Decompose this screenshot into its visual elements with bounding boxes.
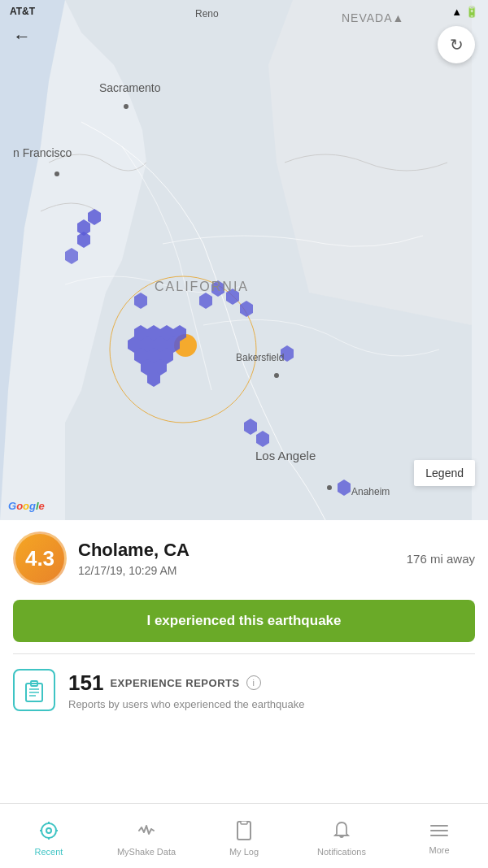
refresh-icon: ↻ (450, 35, 464, 54)
earthquake-header: 4.3 Cholame, CA 12/17/19, 10:29 AM 176 m… (0, 520, 488, 593)
nav-label-mylog: My Log (229, 847, 259, 857)
reports-description: Reports by users who experienced the ear… (68, 698, 475, 710)
clipboard-icon (22, 678, 46, 702)
refresh-button[interactable]: ↻ (438, 26, 475, 63)
back-button[interactable]: ← (13, 26, 31, 47)
nav-label-myshake: MyShake Data (117, 847, 176, 857)
recent-icon (39, 821, 59, 844)
info-panel: 4.3 Cholame, CA 12/17/19, 10:29 AM 176 m… (0, 520, 488, 803)
nav-label-more: More (429, 845, 449, 855)
battery-icon: 🔋 (465, 6, 478, 18)
reports-info: 151 EXPERIENCE REPORTS i Reports by user… (68, 671, 475, 710)
carrier-label: AT&T (10, 6, 35, 17)
svg-point-39 (41, 823, 56, 838)
reports-section: 151 EXPERIENCE REPORTS i Reports by user… (0, 654, 488, 726)
status-bar: AT&T ▲ 🔋 (0, 0, 488, 23)
reports-count-row: 151 EXPERIENCE REPORTS i (68, 671, 475, 696)
status-icons: ▲ 🔋 (451, 6, 478, 18)
bottom-nav: Recent MyShake Data My Log Notifications (0, 803, 488, 868)
experience-button[interactable]: I experienced this earthquake (13, 600, 475, 642)
wifi-icon: ▲ (451, 6, 462, 18)
magnitude-badge: 4.3 (13, 532, 67, 585)
reports-icon (13, 669, 55, 711)
google-logo: Google (8, 500, 45, 512)
svg-point-33 (327, 485, 332, 490)
earthquake-datetime: 12/17/19, 10:29 AM (78, 564, 395, 577)
svg-rect-46 (241, 821, 247, 824)
nav-label-notifications: Notifications (317, 847, 366, 857)
map-container: Reno NEVADA▲ Sacramento n Francisco CALI… (0, 0, 488, 520)
map-svg (0, 0, 488, 520)
nav-item-notifications[interactable]: Notifications (293, 804, 390, 868)
earthquake-location: Cholame, CA (78, 540, 395, 561)
more-icon (429, 822, 449, 842)
nav-item-recent[interactable]: Recent (0, 804, 98, 868)
reports-label: EXPERIENCE REPORTS (110, 677, 239, 689)
notifications-icon (333, 821, 351, 844)
earthquake-info: Cholame, CA 12/17/19, 10:29 AM (78, 540, 395, 576)
nav-item-myshake[interactable]: MyShake Data (98, 804, 195, 868)
mylog-icon (235, 821, 253, 844)
nav-item-mylog[interactable]: My Log (195, 804, 293, 868)
svg-point-30 (124, 104, 129, 109)
legend-button[interactable]: Legend (414, 460, 475, 486)
svg-point-40 (46, 828, 51, 833)
info-icon[interactable]: i (246, 675, 261, 690)
myshake-icon (137, 821, 156, 844)
magnitude-value: 4.3 (25, 546, 54, 571)
svg-point-32 (274, 373, 279, 378)
earthquake-distance: 176 mi away (407, 552, 475, 566)
svg-point-31 (54, 171, 59, 176)
nav-label-recent: Recent (35, 847, 63, 857)
reports-count: 151 (68, 671, 103, 696)
nav-item-more[interactable]: More (390, 804, 488, 868)
